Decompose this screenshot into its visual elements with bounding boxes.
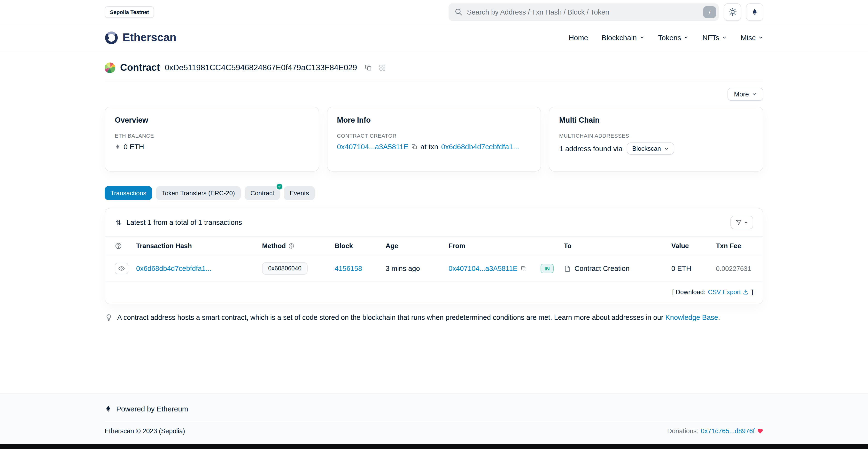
knowledge-base-link[interactable]: Knowledge Base — [665, 313, 718, 321]
copy-icon — [521, 265, 527, 272]
contract-file-icon — [564, 265, 571, 272]
brand-logo[interactable]: Etherscan — [104, 31, 176, 44]
nav-item-misc[interactable]: Misc — [741, 33, 764, 42]
ethereum-icon — [104, 405, 112, 412]
main-nav: Home Blockchain Tokens NFTs Misc — [569, 33, 764, 42]
eye-icon — [118, 265, 125, 272]
txn-fee: 0.00227631 — [716, 265, 751, 272]
copy-address-button[interactable] — [365, 64, 372, 71]
footer: Powered by Ethereum Etherscan © 2023 (Se… — [0, 393, 868, 449]
network-badge: Sepolia Testnet — [104, 6, 154, 18]
more-button[interactable]: More — [727, 88, 764, 101]
copy-from-button[interactable] — [521, 265, 527, 272]
brand-name: Etherscan — [123, 31, 176, 44]
eth-balance-value: 0 ETH — [124, 143, 144, 151]
header-divider — [104, 81, 764, 82]
tab-token-transfers[interactable]: Token Transfers (ERC-20) — [156, 186, 241, 200]
lightbulb-icon — [104, 313, 113, 321]
funnel-icon — [735, 219, 742, 226]
csv-export-link[interactable]: CSV Export — [708, 288, 749, 296]
overview-card: Overview ETH BALANCE 0 ETH — [104, 107, 319, 172]
summary-cards: Overview ETH BALANCE 0 ETH More Info CON… — [104, 107, 764, 172]
verified-check-badge — [276, 183, 283, 190]
transactions-table: Transaction Hash Method Block Age From — [105, 237, 763, 282]
heart-icon — [757, 428, 764, 434]
donations-label: Donations: — [667, 427, 699, 435]
contract-info-note: A contract address hosts a smart contrac… — [104, 313, 764, 321]
theme-toggle-button[interactable] — [724, 3, 741, 21]
preview-txn-button[interactable] — [115, 263, 128, 274]
column-to: To — [560, 237, 668, 255]
more-info-card: More Info CONTRACT CREATOR 0x407104...a3… — [327, 107, 541, 172]
column-help — [105, 237, 132, 255]
note-suffix: . — [718, 313, 720, 321]
creation-txn-link[interactable]: 0x6d68db4d7cebfdfa1... — [441, 143, 519, 151]
creator-address-link[interactable]: 0x407104...a3A5811E — [337, 143, 408, 151]
column-value: Value — [668, 237, 712, 255]
block-link[interactable]: 4156158 — [335, 265, 362, 272]
sort-icon — [115, 219, 122, 226]
method-badge[interactable]: 0x60806040 — [262, 262, 308, 275]
donation-address-link[interactable]: 0x71c765...d8976f — [701, 427, 755, 435]
tab-contract[interactable]: Contract — [245, 186, 280, 200]
transactions-summary: Latest 1 from a total of 1 transactions — [126, 218, 242, 226]
transaction-row: 0x6d68db4d7cebfdfa1... 0x60806040 415615… — [105, 255, 763, 282]
column-method: Method — [258, 237, 331, 255]
column-from: From — [445, 237, 537, 255]
donations: Donations: 0x71c765...d8976f — [667, 427, 764, 435]
nav-item-home[interactable]: Home — [569, 33, 588, 42]
search-input[interactable] — [467, 8, 699, 16]
from-address-link[interactable]: 0x407104...a3A5811E — [448, 265, 518, 272]
column-txn-fee-toggle[interactable]: Txn Fee — [712, 237, 763, 255]
note-text: A contract address hosts a smart contrac… — [117, 313, 663, 321]
card-title: More Info — [337, 116, 531, 124]
direction-badge: IN — [540, 264, 554, 273]
download-icon — [743, 289, 749, 295]
column-direction — [537, 237, 560, 255]
tab-transactions[interactable]: Transactions — [104, 186, 152, 200]
main-content: Contract 0xDe511981CC4C5946824867E0f479a… — [0, 51, 868, 393]
question-circle-icon[interactable] — [288, 243, 294, 249]
tab-events[interactable]: Events — [284, 186, 315, 200]
download-prefix: [ Download: — [672, 288, 706, 296]
chevron-down-icon — [664, 146, 669, 151]
chevron-down-icon — [744, 220, 748, 225]
search-bar[interactable]: / — [448, 3, 719, 21]
contract-creator-label: CONTRACT CREATOR — [337, 133, 531, 139]
column-transaction-hash: Transaction Hash — [132, 237, 258, 255]
network-switch-button[interactable] — [746, 3, 764, 21]
chevron-down-icon — [758, 35, 764, 40]
download-row: [ Download: CSV Export ] — [105, 282, 763, 304]
ethereum-icon — [751, 8, 758, 16]
txn-age: 3 mins ago — [385, 265, 420, 272]
at-txn-label: at txn — [421, 143, 438, 151]
txn-value: 0 ETH — [671, 265, 691, 272]
filter-button[interactable] — [731, 216, 753, 229]
page: Sepolia Testnet / — [0, 0, 868, 449]
sun-icon — [728, 7, 737, 17]
nav-item-blockchain[interactable]: Blockchain — [601, 33, 645, 42]
nav-item-tokens[interactable]: Tokens — [658, 33, 689, 42]
blockscan-button[interactable]: Blockscan — [627, 143, 674, 155]
search-shortcut-badge: / — [703, 6, 716, 18]
transactions-card: Latest 1 from a total of 1 transactions — [104, 208, 764, 304]
txn-hash-link[interactable]: 0x6d68db4d7cebfdfa1... — [136, 265, 211, 272]
multichain-card: Multi Chain MULTICHAIN ADDRESSES 1 addre… — [549, 107, 764, 172]
contract-address: 0xDe511981CC4C5946824867E0f479aC133F84E0… — [165, 63, 357, 72]
to-label: Contract Creation — [575, 265, 629, 272]
column-block: Block — [331, 237, 382, 255]
qr-grid-button[interactable] — [379, 64, 386, 71]
eth-balance-label: ETH BALANCE — [115, 133, 309, 139]
bottom-strip — [0, 444, 868, 449]
search-icon — [454, 8, 463, 16]
powered-by-ethereum[interactable]: Powered by Ethereum — [104, 405, 764, 413]
nav-item-nfts[interactable]: NFTs — [702, 33, 727, 42]
copy-creator-button[interactable] — [411, 144, 417, 150]
topbar: Sepolia Testnet / — [0, 0, 868, 24]
card-title: Multi Chain — [559, 116, 753, 124]
navbar: Etherscan Home Blockchain Tokens NFTs — [0, 24, 868, 51]
page-title: Contract — [120, 62, 160, 73]
column-age-toggle[interactable]: Age — [382, 237, 445, 255]
check-icon — [278, 185, 281, 188]
page-header: Contract 0xDe511981CC4C5946824867E0f479a… — [104, 62, 764, 73]
